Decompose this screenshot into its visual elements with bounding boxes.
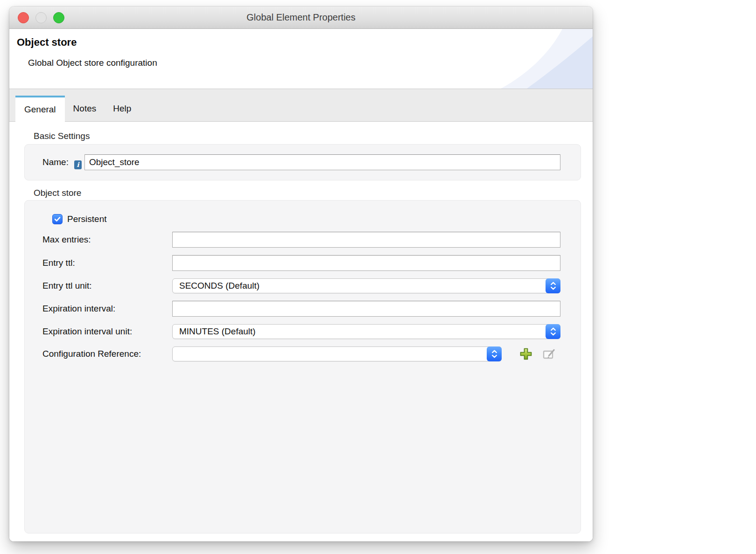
traffic-lights [18, 7, 64, 28]
configuration-reference-select[interactable] [172, 346, 502, 361]
zoom-button[interactable] [53, 12, 64, 23]
entry-ttl-unit-value: SECONDS (Default) [179, 281, 259, 291]
name-input[interactable] [84, 154, 560, 170]
global-element-properties-dialog: Global Element Properties Object store G… [9, 7, 593, 541]
chevron-updown-icon [546, 278, 560, 293]
object-store-label: Object store [34, 188, 593, 198]
checkmark-icon [54, 216, 61, 222]
entry-ttl-unit-select[interactable]: SECONDS (Default) [172, 278, 560, 293]
expiration-interval-unit-row: Expiration interval unit: MINUTES (Defau… [42, 324, 560, 339]
chevron-updown-icon [546, 324, 560, 339]
expiration-interval-input[interactable] [172, 301, 560, 317]
edit-reference-button [543, 348, 555, 360]
minimize-button [35, 12, 47, 23]
name-label: Name: [42, 157, 69, 167]
page-title: Object store [17, 36, 77, 48]
max-entries-input[interactable] [172, 232, 560, 248]
expiration-interval-label: Expiration interval: [42, 304, 172, 314]
general-tab-panel: Basic Settings Name: i Object store Pers… [9, 122, 593, 541]
header-banner: Object store Global Object store configu… [9, 29, 593, 89]
entry-ttl-row: Entry ttl: [42, 255, 560, 271]
expiration-interval-unit-label: Expiration interval unit: [42, 326, 172, 337]
persistent-row: Persistent [52, 214, 560, 224]
expiration-interval-row: Expiration interval: [42, 301, 560, 317]
configuration-reference-actions [519, 347, 560, 360]
tab-bar: General Notes Help [9, 89, 593, 122]
configuration-reference-label: Configuration Reference: [42, 349, 172, 359]
titlebar[interactable]: Global Element Properties [9, 7, 593, 29]
tab-general[interactable]: General [15, 96, 65, 122]
max-entries-label: Max entries: [42, 235, 172, 245]
banner-decoration-curve [492, 29, 593, 89]
tab-notes[interactable]: Notes [65, 96, 105, 121]
object-store-group: Persistent Max entries: Entry ttl: Entry… [24, 200, 581, 533]
persistent-checkbox[interactable] [52, 214, 63, 224]
window-title: Global Element Properties [246, 12, 355, 23]
expiration-interval-unit-select[interactable]: MINUTES (Default) [172, 324, 560, 339]
expiration-interval-unit-value: MINUTES (Default) [179, 326, 256, 337]
persistent-label: Persistent [67, 214, 106, 224]
entry-ttl-unit-label: Entry ttl unit: [42, 281, 172, 291]
chevron-updown-icon [487, 346, 502, 361]
basic-settings-group: Name: i [24, 144, 581, 180]
page-subtitle: Global Object store configuration [28, 58, 157, 68]
entry-ttl-label: Entry ttl: [42, 258, 172, 268]
basic-settings-label: Basic Settings [34, 131, 593, 141]
entry-ttl-input[interactable] [172, 255, 560, 271]
edit-icon [543, 348, 555, 360]
max-entries-row: Max entries: [42, 232, 560, 248]
close-button[interactable] [18, 12, 29, 23]
add-reference-button[interactable] [519, 347, 532, 360]
configuration-reference-row: Configuration Reference: [42, 346, 560, 361]
plus-icon [519, 347, 532, 360]
info-icon: i [74, 160, 82, 169]
tab-help[interactable]: Help [105, 96, 140, 121]
entry-ttl-unit-row: Entry ttl unit: SECONDS (Default) [42, 278, 560, 293]
